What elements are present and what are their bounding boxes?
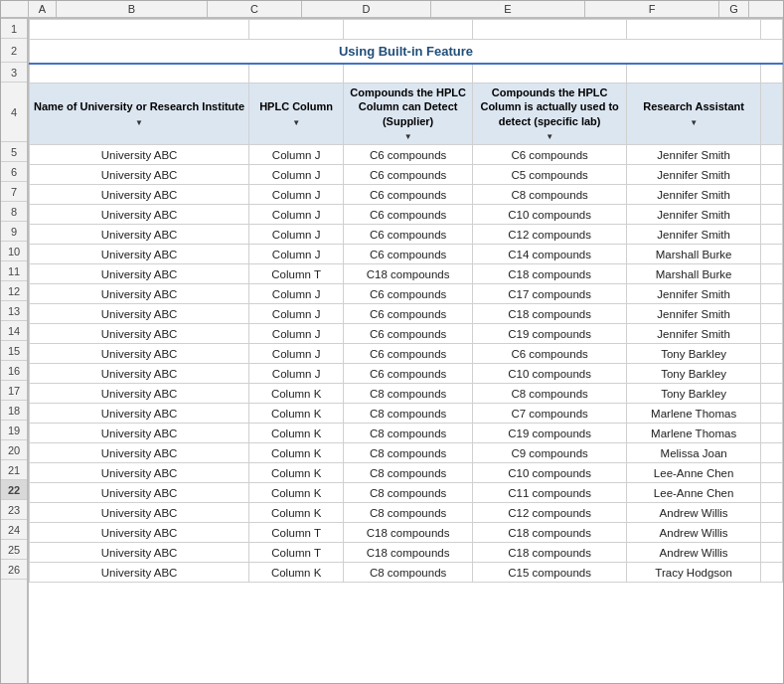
data-cell-e: C17 compounds — [473, 284, 627, 304]
data-cell-g — [761, 245, 783, 264]
table-row: University ABCColumn JC6 compoundsC18 co… — [30, 304, 783, 324]
spreadsheet-title: Using Built-in Feature — [30, 40, 783, 64]
empty-cell — [473, 20, 627, 40]
data-cell-b: University ABC — [30, 543, 249, 563]
data-cell-b: University ABC — [30, 443, 249, 463]
data-cell-d: C8 compounds — [344, 463, 473, 483]
data-cell-g — [761, 483, 783, 503]
data-cell-c: Column J — [249, 225, 344, 245]
data-cell-b: University ABC — [30, 503, 249, 523]
row-number-3: 3 — [1, 63, 27, 83]
table-row: University ABCColumn TC18 compoundsC18 c… — [30, 523, 783, 543]
row-number-2: 2 — [1, 39, 27, 63]
data-cell-b: University ABC — [30, 344, 249, 364]
table-row: University ABCColumn JC6 compoundsC5 com… — [30, 165, 783, 185]
data-cell-f: Jennifer Smith — [627, 165, 761, 185]
empty-cell — [30, 20, 249, 40]
data-cell-e: C12 compounds — [473, 225, 627, 245]
table-row: University ABCColumn KC8 compoundsC15 co… — [30, 563, 783, 583]
filter-dropdown-c[interactable]: ▼ — [292, 118, 300, 128]
header-extra — [761, 84, 783, 145]
data-cell-e: C6 compounds — [473, 145, 627, 165]
data-cell-d: C18 compounds — [344, 543, 473, 563]
row-number-10: 10 — [1, 242, 27, 261]
data-cell-c: Column T — [249, 523, 344, 543]
table-row: University ABCColumn KC8 compoundsC9 com… — [30, 443, 783, 463]
data-cell-g — [761, 185, 783, 205]
data-cell-c: Column K — [249, 404, 344, 424]
empty-cell — [627, 64, 761, 84]
data-cell-f: Melissa Joan — [627, 443, 761, 463]
data-cell-d: C8 compounds — [344, 404, 473, 424]
row-number-4: 4 — [1, 83, 27, 142]
data-cell-d: C8 compounds — [344, 503, 473, 523]
col-header-e[interactable]: E — [431, 1, 585, 17]
data-cell-b: University ABC — [30, 205, 249, 225]
data-cell-g — [761, 404, 783, 424]
data-cell-b: University ABC — [30, 264, 249, 284]
filter-dropdown-d[interactable]: ▼ — [404, 132, 412, 142]
data-cell-c: Column K — [249, 463, 344, 483]
data-cell-e: C14 compounds — [473, 245, 627, 264]
row-number-12: 12 — [1, 281, 27, 301]
col-header-a[interactable]: A — [29, 1, 57, 17]
data-cell-e: C18 compounds — [473, 543, 627, 563]
data-cell-c: Column T — [249, 264, 344, 284]
data-cell-c: Column J — [249, 145, 344, 165]
row-number-19: 19 — [1, 421, 27, 440]
data-cell-g — [761, 563, 783, 583]
data-cell-f: Jennifer Smith — [627, 225, 761, 245]
table-row: University ABCColumn JC6 compoundsC10 co… — [30, 364, 783, 384]
table-row: University ABCColumn TC18 compoundsC18 c… — [30, 264, 783, 284]
header-university: Name of University or Research Institute… — [30, 84, 249, 145]
data-cell-f: Tracy Hodgson — [627, 563, 761, 583]
data-cell-c: Column J — [249, 324, 344, 344]
col-header-c[interactable]: C — [208, 1, 302, 17]
data-cell-c: Column K — [249, 443, 344, 463]
data-cell-d: C18 compounds — [344, 523, 473, 543]
data-cell-f: Marlene Thomas — [627, 404, 761, 424]
data-cell-g — [761, 324, 783, 344]
col-header-g[interactable]: G — [719, 1, 749, 17]
column-header-bar: ABCDEFG — [1, 1, 783, 19]
row-number-26: 26 — [1, 560, 27, 580]
data-cell-c: Column T — [249, 543, 344, 563]
data-cell-c: Column K — [249, 424, 344, 443]
data-cell-e: C15 compounds — [473, 563, 627, 583]
data-cell-f: Jennifer Smith — [627, 304, 761, 324]
table-row: University ABCColumn KC8 compoundsC19 co… — [30, 424, 783, 443]
data-cell-g — [761, 205, 783, 225]
col-header-d[interactable]: D — [302, 1, 431, 17]
data-cell-e: C19 compounds — [473, 324, 627, 344]
data-cell-d: C6 compounds — [344, 165, 473, 185]
data-cell-e: C7 compounds — [473, 404, 627, 424]
data-cell-b: University ABC — [30, 304, 249, 324]
data-cell-f: Jennifer Smith — [627, 185, 761, 205]
data-cell-e: C18 compounds — [473, 264, 627, 284]
header-research-assistant: Research Assistant▼ — [627, 84, 761, 145]
data-cell-c: Column K — [249, 483, 344, 503]
data-cell-c: Column K — [249, 563, 344, 583]
data-cell-g — [761, 364, 783, 384]
data-cell-d: C18 compounds — [344, 264, 473, 284]
data-cell-d: C6 compounds — [344, 324, 473, 344]
data-cell-g — [761, 284, 783, 304]
data-cell-g — [761, 523, 783, 543]
empty-cell — [249, 20, 344, 40]
empty-cell — [473, 64, 627, 84]
data-cell-g — [761, 543, 783, 563]
data-cell-e: C8 compounds — [473, 384, 627, 404]
filter-dropdown-e[interactable]: ▼ — [546, 132, 553, 142]
body-area: 1234567891011121314151617181920212223242… — [1, 19, 783, 683]
filter-dropdown-f[interactable]: ▼ — [690, 118, 698, 128]
row-number-9: 9 — [1, 222, 27, 242]
col-header-b[interactable]: B — [57, 1, 208, 17]
data-cell-d: C6 compounds — [344, 245, 473, 264]
data-cell-g — [761, 145, 783, 165]
empty-cell — [627, 20, 761, 40]
filter-dropdown-b[interactable]: ▼ — [135, 118, 143, 128]
data-cell-f: Jennifer Smith — [627, 284, 761, 304]
empty-cell — [761, 64, 783, 84]
col-header-f[interactable]: F — [585, 1, 719, 17]
data-cell-b: University ABC — [30, 324, 249, 344]
